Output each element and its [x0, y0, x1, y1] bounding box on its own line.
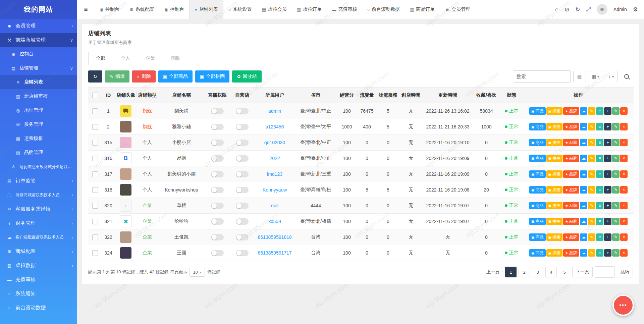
group-button[interactable]: ▣拼團 — [546, 249, 562, 257]
group-button[interactable]: ▣拼團 — [546, 155, 562, 162]
note-button[interactable]: ✎ — [588, 218, 595, 225]
sidebar-item[interactable]: ☻会员管理‹ — [0, 19, 77, 33]
note-button[interactable]: ✎ — [588, 202, 595, 209]
nav-tab[interactable]: ◉控制台 — [95, 0, 124, 19]
note-button[interactable]: ✎ — [588, 170, 595, 178]
row-checkbox[interactable] — [92, 250, 98, 256]
live-toggle[interactable] — [211, 108, 224, 114]
goods-button[interactable]: ▣商品 — [529, 218, 545, 225]
brand-button[interactable]: ★品牌 — [563, 202, 579, 209]
self-run-toggle[interactable] — [236, 187, 249, 193]
brand-button[interactable]: ★品牌 — [563, 249, 579, 257]
nav-tab[interactable]: ☻会员管理 — [440, 0, 476, 19]
delete-row-button[interactable]: × — [620, 233, 628, 241]
delete-row-button[interactable]: × — [620, 218, 628, 225]
live-toggle[interactable] — [211, 124, 224, 130]
goods-button[interactable]: ▣商品 — [529, 202, 545, 209]
goods-button[interactable]: ▣商品 — [529, 107, 545, 115]
rows-button[interactable]: ≡ — [596, 249, 603, 257]
sidebar-item[interactable]: ▤订单监管‹ — [0, 174, 77, 188]
cloud-button[interactable]: ☁ — [580, 155, 587, 162]
sidebar-item[interactable]: ≡店铺列表 — [0, 75, 77, 89]
plus-button[interactable]: + — [604, 233, 611, 241]
delete-row-button[interactable]: × — [620, 170, 628, 178]
refresh-button[interactable]: ↻ — [88, 70, 102, 83]
nav-tab[interactable]: ≡店铺列表 — [189, 0, 223, 19]
note-button[interactable]: ✎ — [588, 123, 595, 130]
sidebar-item[interactable]: ◎地址管理 — [0, 103, 77, 117]
sidebar-item[interactable]: ☁客户端配置请联系技术人员‹ — [0, 230, 77, 244]
goods-button[interactable]: ▣商品 — [529, 139, 545, 146]
plus-button[interactable]: + — [604, 170, 611, 178]
page-size-select[interactable]: 10 ▴ — [190, 268, 205, 277]
edit-row-button[interactable]: ✎ — [612, 186, 620, 194]
nav-tab[interactable]: ▥商品订单 — [405, 0, 440, 19]
cloud-button[interactable]: ☁ — [580, 202, 587, 209]
live-toggle[interactable] — [211, 234, 224, 240]
page-button[interactable]: 1 — [505, 267, 517, 277]
owner-link[interactable]: null — [271, 203, 278, 208]
delete-row-button[interactable]: × — [620, 107, 628, 115]
goods-button[interactable]: ▣商品 — [529, 155, 545, 162]
row-checkbox[interactable] — [92, 187, 98, 193]
filter-tab[interactable]: 企業 — [138, 52, 163, 65]
goods-button[interactable]: ▣商品 — [529, 249, 545, 257]
cloud-button[interactable]: ☁ — [580, 218, 587, 225]
cloud-button[interactable]: ☁ — [580, 170, 587, 178]
self-run-toggle[interactable] — [236, 155, 249, 162]
refresh-icon[interactable]: ↻ — [575, 6, 580, 13]
rows-button[interactable]: ≡ — [596, 107, 603, 115]
group-button[interactable]: ▣拼團 — [546, 170, 562, 178]
page-button[interactable]: 4 — [545, 267, 557, 277]
group-button[interactable]: ▣拼團 — [546, 139, 562, 146]
plus-button[interactable]: + — [604, 155, 611, 162]
nav-tab[interactable]: ◉控制台 — [159, 0, 189, 19]
plus-button[interactable]: + — [604, 123, 611, 130]
row-checkbox[interactable] — [92, 124, 98, 130]
cloud-button[interactable]: ☁ — [580, 233, 587, 241]
edit-row-button[interactable]: ✎ — [612, 155, 620, 162]
brand-button[interactable]: ★品牌 — [563, 123, 579, 130]
note-button[interactable]: ✎ — [588, 107, 595, 115]
group-button[interactable]: ▣拼團 — [546, 233, 562, 241]
search-input[interactable] — [513, 70, 571, 83]
brand-button[interactable]: ★品牌 — [563, 107, 579, 115]
cloud-button[interactable]: ☁ — [580, 186, 587, 194]
view-toggle-button[interactable]: ▤ — [573, 71, 586, 82]
brand-button[interactable]: ★品牌 — [563, 233, 579, 241]
live-toggle[interactable] — [211, 187, 224, 193]
plus-button[interactable]: + — [604, 107, 611, 115]
note-button[interactable]: ✎ — [588, 233, 595, 241]
goods-button[interactable]: ▣商品 — [529, 186, 545, 194]
row-checkbox[interactable] — [92, 140, 98, 146]
self-run-toggle[interactable] — [236, 171, 249, 177]
all-group-button[interactable]: ▣ 全部拼團 — [195, 70, 229, 83]
sidebar-item[interactable]: ※请勿随意更改商城分类请联系技术人员 — [0, 160, 77, 174]
sidebar-item[interactable]: ▥虚拟数据‹ — [0, 258, 77, 272]
rows-button[interactable]: ≡ — [596, 155, 603, 162]
export-button[interactable]: ↓ ▾ — [605, 71, 618, 82]
owner-link[interactable]: xx558 — [268, 219, 281, 224]
row-checkbox[interactable] — [92, 234, 98, 240]
live-toggle[interactable] — [211, 250, 224, 256]
note-button[interactable]: ✎ — [588, 139, 595, 146]
edit-row-button[interactable]: ✎ — [612, 123, 620, 130]
clear-cache-icon[interactable]: ⊘ — [565, 6, 569, 13]
owner-link[interactable]: 2022 — [269, 156, 280, 161]
rows-button[interactable]: ≡ — [596, 139, 603, 146]
delete-row-button[interactable]: × — [620, 202, 628, 209]
jump-button[interactable]: 跳转 — [617, 267, 633, 277]
page-button[interactable]: 3 — [532, 267, 543, 277]
sidebar-item[interactable]: ▬充值审核 — [0, 272, 77, 286]
owner-link[interactable]: lmq123 — [267, 171, 282, 177]
nav-tab[interactable]: ▥虚拟订单 — [292, 0, 327, 19]
self-run-toggle[interactable] — [236, 140, 249, 146]
menu-toggle-icon[interactable]: ≡ — [77, 6, 95, 13]
brand-button[interactable]: ★品牌 — [563, 170, 579, 178]
row-checkbox[interactable] — [92, 219, 98, 224]
goods-button[interactable]: ▣商品 — [529, 123, 545, 130]
sidebar-item[interactable]: ▥新店铺审核 — [0, 89, 77, 103]
prev-page-button[interactable]: 上一頁 — [483, 267, 503, 277]
sidebar-item[interactable]: ▦运费模板 — [0, 131, 77, 146]
rows-button[interactable]: ≡ — [596, 202, 603, 209]
